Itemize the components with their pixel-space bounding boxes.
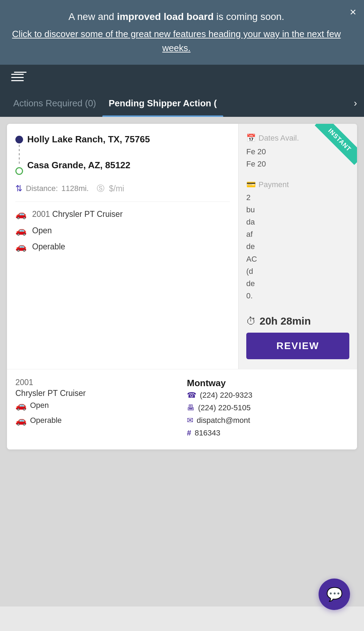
- carrier-transport-type: Open: [30, 401, 49, 410]
- carrier-section: 2001 Chrysler PT Cruiser 🚗 Open 🚗 Operab…: [7, 369, 357, 449]
- payment-section: 💳 Payment 2budaafdeAC(dde0.: [246, 180, 349, 302]
- fax-icon: 🖶: [187, 403, 195, 412]
- calendar-icon: 📅: [246, 134, 256, 143]
- carrier-open-icon: 🚗: [15, 400, 27, 411]
- timer-value: 20h 28min: [260, 315, 311, 327]
- route-icons: [15, 134, 23, 175]
- rate-icon: Ⓢ: [96, 183, 105, 194]
- vehicle-info: 2001 Chrysler PT Cruiser: [32, 208, 123, 220]
- banner-title: A new and improved load board is coming …: [10, 10, 343, 23]
- phone2: (224) 220-5105: [198, 403, 250, 412]
- card-right-panel: INSTANT 📅 Dates Avail. Fe 20 Fe 20 💳 Pay…: [238, 124, 357, 369]
- timer-row: ⏱ 20h 28min: [246, 308, 349, 327]
- tab-actions-required[interactable]: Actions Required (0): [7, 90, 102, 116]
- banner-close-button[interactable]: ×: [350, 6, 356, 17]
- rate-label: $/mi: [109, 184, 124, 193]
- vehicle-row-2: 🚗 Open: [15, 225, 230, 237]
- hamburger-line-3: [11, 80, 24, 81]
- destination-address: Casa Grande, AZ, 85122: [27, 159, 230, 171]
- vehicle-make: Chrysler PT Cruiser: [52, 210, 123, 219]
- tab-pending-shipper[interactable]: Pending Shipper Action (: [102, 90, 223, 116]
- card-divider: [15, 201, 230, 202]
- origin-address: Holly Lake Ranch, TX, 75765: [27, 134, 230, 146]
- review-button[interactable]: REVIEW: [246, 333, 349, 359]
- instant-badge-label: INSTANT: [315, 124, 357, 165]
- route-line: [19, 145, 20, 166]
- hamburger-line-2: [11, 77, 24, 78]
- dates-label: Dates Avail.: [259, 134, 299, 143]
- carrier-vehicle-make: Chrysler PT Cruiser: [15, 389, 177, 398]
- email-icon: ✉: [187, 416, 193, 425]
- card-top: Holly Lake Ranch, TX, 75765 Casa Grande,…: [7, 124, 357, 369]
- tab-pending-shipper-label: Pending Shipper Action (: [109, 98, 217, 108]
- payment-label: Payment: [259, 180, 289, 189]
- carrier-transport-row: 🚗 Open: [15, 399, 177, 411]
- email-row: ✉ dispatch@mont: [187, 416, 349, 425]
- timer-icon: ⏱: [246, 316, 256, 327]
- load-card: Holly Lake Ranch, TX, 75765 Casa Grande,…: [7, 124, 357, 449]
- carrier-condition-row: 🚗 Operable: [15, 414, 177, 426]
- card-left-panel: Holly Lake Ranch, TX, 75765 Casa Grande,…: [7, 124, 238, 369]
- payment-icon: 💳: [246, 180, 256, 189]
- carrier-vehicle-year: 2001: [15, 378, 177, 387]
- trailer-icon: 🚗: [15, 225, 27, 236]
- announcement-banner: A new and improved load board is coming …: [0, 0, 364, 65]
- carrier-condition: Operable: [30, 416, 62, 425]
- car-icon: 🚗: [15, 209, 27, 220]
- carrier-col-left: 2001 Chrysler PT Cruiser 🚗 Open 🚗 Operab…: [15, 378, 177, 430]
- phone1: (224) 220-9323: [200, 391, 252, 400]
- phone2-row: 🖶 (224) 220-5105: [187, 403, 349, 412]
- distance-label: Distance:: [26, 184, 58, 193]
- tab-actions-required-label: Actions Required (0): [13, 98, 96, 108]
- order-number-row: # 816343: [187, 428, 349, 438]
- vehicle-row-3: 🚗 Operable: [15, 241, 230, 253]
- phone-icon-1: ☎: [187, 391, 196, 400]
- navbar: [0, 65, 364, 90]
- payment-header: 💳 Payment: [246, 180, 349, 189]
- order-number: 816343: [195, 428, 220, 438]
- phone1-row: ☎ (224) 220-9323: [187, 391, 349, 400]
- hamburger-line-1: [11, 74, 24, 75]
- email: dispatch@mont: [197, 416, 250, 425]
- banner-link[interactable]: Click to discover some of the great new …: [12, 29, 341, 53]
- tabs-bar: Actions Required (0) Pending Shipper Act…: [0, 90, 364, 117]
- hash-icon: #: [187, 428, 191, 438]
- route-addresses: Holly Lake Ranch, TX, 75765 Casa Grande,…: [27, 134, 230, 175]
- route-section: Holly Lake Ranch, TX, 75765 Casa Grande,…: [15, 134, 230, 175]
- content-area: Holly Lake Ranch, TX, 75765 Casa Grande,…: [0, 117, 364, 607]
- chat-fab-button[interactable]: 💬: [319, 579, 350, 610]
- distance-icon: ⇅: [15, 184, 22, 193]
- tabs-next-arrow[interactable]: ›: [354, 98, 357, 109]
- chat-icon: 💬: [326, 587, 343, 602]
- instant-badge: INSTANT: [312, 124, 357, 169]
- vehicle-condition: Operable: [32, 241, 65, 253]
- distance-row: ⇅ Distance: 1128mi. Ⓢ $/mi: [15, 183, 230, 194]
- distance-value: 1128mi.: [61, 184, 89, 193]
- destination-dot: [15, 167, 23, 175]
- transport-type: Open: [32, 225, 52, 237]
- carrier-col-right: Montway ☎ (224) 220-9323 🖶 (224) 220-510…: [187, 378, 349, 441]
- origin-dot: [15, 136, 23, 143]
- carrier-name: Montway: [187, 378, 349, 389]
- payment-details: 2budaafdeAC(dde0.: [246, 191, 349, 302]
- hamburger-menu-button[interactable]: [10, 72, 25, 83]
- notification-dot: [14, 72, 27, 73]
- carrier-row: 2001 Chrysler PT Cruiser 🚗 Open 🚗 Operab…: [15, 378, 349, 441]
- condition-icon: 🚗: [15, 241, 27, 252]
- vehicle-year: 2001: [32, 210, 50, 219]
- carrier-condition-icon: 🚗: [15, 415, 27, 426]
- vehicle-row-1: 🚗 2001 Chrysler PT Cruiser: [15, 208, 230, 220]
